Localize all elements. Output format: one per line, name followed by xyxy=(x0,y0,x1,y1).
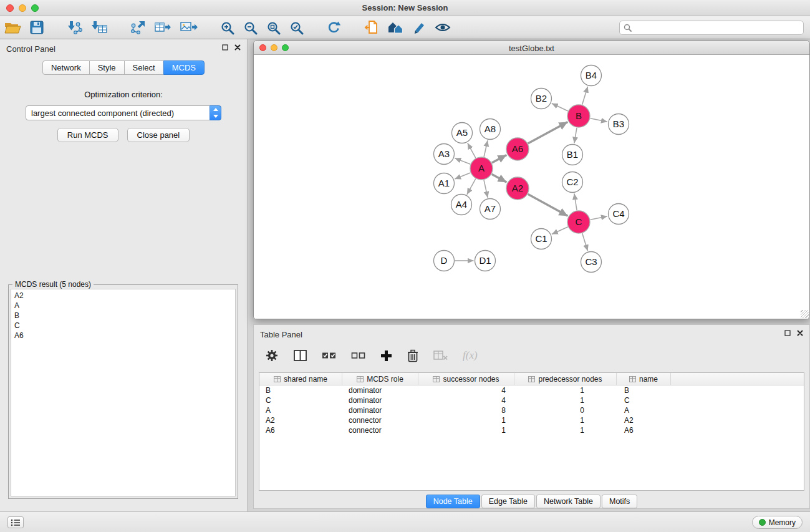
tab-network-table[interactable]: Network Table xyxy=(536,495,600,508)
edge-A-A4[interactable] xyxy=(467,179,476,195)
node-C2[interactable]: C2 xyxy=(562,172,583,193)
destroy-table-button[interactable] xyxy=(433,351,448,360)
table-row[interactable]: A2connector11A2 xyxy=(259,415,804,425)
close-panel-button[interactable]: Close panel xyxy=(127,128,190,142)
show-hide-button[interactable] xyxy=(430,17,455,37)
edge-A-A3[interactable] xyxy=(455,158,470,165)
edge-C-C1[interactable] xyxy=(552,227,568,235)
delete-column-button[interactable] xyxy=(407,349,418,362)
function-builder-button[interactable]: f(x) xyxy=(463,349,478,362)
table-row[interactable]: A6connector11A6 xyxy=(259,425,804,435)
table-row[interactable]: Cdominator41C xyxy=(259,395,804,405)
edge-A2-C[interactable] xyxy=(528,194,568,216)
table-row[interactable]: Adominator80A xyxy=(259,405,804,415)
column-header-name[interactable]: name xyxy=(617,373,671,385)
optimization-criterion-dropdown[interactable]: largest connected component (directed) xyxy=(26,105,221,120)
node-B2[interactable]: B2 xyxy=(531,89,552,109)
node-A[interactable]: A xyxy=(470,157,493,180)
export-network-button[interactable] xyxy=(125,17,150,37)
tab-node-table[interactable]: Node Table xyxy=(426,495,480,508)
node-A8[interactable]: A8 xyxy=(480,119,501,140)
edge-A-A8[interactable] xyxy=(484,140,488,157)
column-header-successor-nodes[interactable]: successor nodes xyxy=(418,373,514,385)
tab-mcds[interactable]: MCDS xyxy=(163,60,205,75)
deselect-all-button[interactable] xyxy=(351,351,365,360)
tab-edge-table[interactable]: Edge Table xyxy=(481,495,535,508)
tab-motifs[interactable]: Motifs xyxy=(602,495,637,508)
edge-A6-B[interactable] xyxy=(528,122,568,144)
mcds-result-item[interactable]: A2 xyxy=(11,291,235,301)
node-D[interactable]: D xyxy=(434,251,455,271)
node-C4[interactable]: C4 xyxy=(609,204,629,225)
table-settings-button[interactable] xyxy=(265,349,279,362)
node-B[interactable]: B xyxy=(567,105,590,127)
node-B4[interactable]: B4 xyxy=(581,65,602,86)
node-A4[interactable]: A4 xyxy=(451,195,472,215)
mcds-result-item[interactable]: C xyxy=(11,321,235,331)
mcds-result-item[interactable]: A xyxy=(11,301,235,311)
refresh-button[interactable] xyxy=(322,17,345,37)
edge-B-B2[interactable] xyxy=(552,104,568,111)
search-input[interactable] xyxy=(619,21,804,35)
edge-C-C3[interactable] xyxy=(582,233,588,251)
table-row[interactable]: Bdominator41B xyxy=(259,385,804,395)
show-columns-button[interactable] xyxy=(294,350,307,361)
node-C[interactable]: C xyxy=(567,211,590,233)
tab-select[interactable]: Select xyxy=(124,60,164,75)
edge-B-B4[interactable] xyxy=(582,87,588,105)
zoom-out-button[interactable] xyxy=(239,17,262,37)
add-column-button[interactable] xyxy=(380,350,392,362)
node-C3[interactable]: C3 xyxy=(581,252,602,273)
network-overview-button[interactable] xyxy=(359,17,383,37)
float-table-panel-icon[interactable] xyxy=(784,330,791,336)
edge-A-A7[interactable] xyxy=(484,180,488,198)
open-session-button[interactable] xyxy=(0,17,26,37)
edge-A-A1[interactable] xyxy=(455,173,470,179)
close-table-panel-icon[interactable] xyxy=(797,330,803,336)
edge-A-A2[interactable] xyxy=(492,174,507,182)
network-canvas[interactable]: B4B2BB3A5A8A6B1A3AC2A1A2A4A7CC4C1C3DD1 xyxy=(254,55,809,319)
node-B3[interactable]: B3 xyxy=(609,114,629,135)
hide-panels-button[interactable] xyxy=(383,17,408,37)
mcds-result-list[interactable]: A2ABCA6 xyxy=(11,289,236,496)
node-A1[interactable]: A1 xyxy=(434,173,455,194)
tab-network[interactable]: Network xyxy=(42,60,90,75)
export-image-button[interactable] xyxy=(176,17,202,37)
zoom-in-button[interactable] xyxy=(216,17,239,37)
edge-C-C2[interactable] xyxy=(574,193,577,210)
column-header-mcds-role[interactable]: MCDS role xyxy=(342,373,418,385)
network-graph[interactable]: B4B2BB3A5A8A6B1A3AC2A1A2A4A7CC4C1C3DD1 xyxy=(254,55,809,319)
network-window-titlebar[interactable]: testGlobe.txt xyxy=(254,41,809,55)
edge-A-A6[interactable] xyxy=(492,155,507,163)
graphics-details-button[interactable] xyxy=(408,17,430,37)
export-table-button[interactable] xyxy=(150,17,176,37)
import-table-button[interactable] xyxy=(87,17,112,37)
node-A6[interactable]: A6 xyxy=(506,138,529,160)
edge-C-C4[interactable] xyxy=(591,216,607,220)
node-A5[interactable]: A5 xyxy=(452,123,473,143)
memory-button[interactable]: Memory xyxy=(752,516,803,529)
column-header-shared-name[interactable]: shared name xyxy=(259,373,342,385)
task-history-button[interactable] xyxy=(7,516,24,528)
column-header-predecessor-nodes[interactable]: predecessor nodes xyxy=(514,373,617,385)
edge-B-B1[interactable] xyxy=(574,128,577,143)
node-A7[interactable]: A7 xyxy=(480,199,501,220)
node-A3[interactable]: A3 xyxy=(434,144,455,165)
mcds-result-item[interactable]: B xyxy=(11,311,235,321)
edge-B-B3[interactable] xyxy=(591,118,607,122)
import-network-button[interactable] xyxy=(62,17,87,37)
tab-style[interactable]: Style xyxy=(89,60,125,75)
float-panel-icon[interactable] xyxy=(222,44,228,51)
node-C1[interactable]: C1 xyxy=(531,229,552,249)
mcds-result-item[interactable]: A6 xyxy=(11,331,235,341)
zoom-fit-button[interactable] xyxy=(262,17,285,37)
node-A2[interactable]: A2 xyxy=(506,177,529,200)
node-D1[interactable]: D1 xyxy=(475,251,496,271)
run-mcds-button[interactable]: Run MCDS xyxy=(57,128,118,142)
save-session-button[interactable] xyxy=(26,17,48,37)
node-B1[interactable]: B1 xyxy=(562,145,583,165)
zoom-selected-button[interactable] xyxy=(285,17,308,37)
edge-A-A5[interactable] xyxy=(468,143,476,158)
select-all-button[interactable] xyxy=(322,351,336,360)
window-resize-grip[interactable] xyxy=(801,310,809,318)
